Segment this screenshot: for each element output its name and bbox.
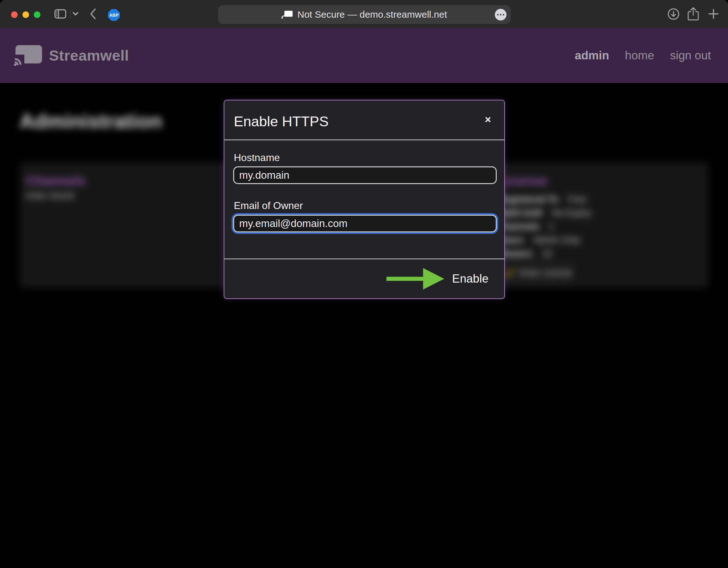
close-window-button[interactable]	[11, 11, 18, 18]
browser-toolbar: ABP Not Secure — demo.streamwell.net	[0, 0, 728, 28]
nav-sign-out[interactable]: sign out	[670, 49, 711, 62]
license-row: Valid UntilNo Expiry	[498, 206, 591, 220]
key-icon	[506, 268, 515, 278]
green-arrow-annotation-icon	[386, 268, 444, 289]
channels-heading: Channels	[26, 173, 86, 189]
downloads-icon[interactable]	[667, 0, 679, 28]
modal-header-divider	[224, 140, 504, 140]
license-heading: License	[498, 173, 547, 189]
back-icon[interactable]	[88, 0, 97, 28]
enable-button[interactable]: Enable	[452, 272, 488, 285]
email-of-owner-input[interactable]	[233, 215, 497, 233]
hostname-label: Hostname	[234, 152, 280, 164]
license-row: Registered ToFree	[498, 193, 591, 206]
address-bar-url: Not Secure — demo.streamwell.net	[297, 9, 447, 20]
modal-title: Enable HTTPS	[234, 113, 329, 130]
hostname-input[interactable]	[233, 166, 497, 184]
nav-admin[interactable]: admin	[575, 49, 609, 62]
nav-home[interactable]: home	[625, 49, 654, 62]
share-icon[interactable]	[686, 0, 700, 28]
license-row: UsersAdmin Only	[498, 233, 591, 247]
page-title: Administration	[20, 110, 162, 133]
new-tab-icon[interactable]	[707, 0, 720, 28]
streamwell-logo[interactable]: Streamwell	[14, 28, 129, 83]
enable-https-modal: Enable HTTPS × Hostname Email of Owner E…	[224, 100, 505, 299]
brand-name: Streamwell	[49, 47, 129, 64]
sidebar-toggle-icon[interactable]	[54, 0, 67, 28]
zoom-window-button[interactable]	[34, 11, 40, 18]
safari-window: ABP Not Secure — demo.streamwell.net	[0, 0, 728, 568]
enter-license-button: Enter License	[505, 263, 573, 283]
cast-logo-icon	[14, 45, 43, 66]
minimize-window-button[interactable]	[22, 11, 29, 18]
chevron-down-icon[interactable]	[72, 0, 79, 28]
license-rows: Registered ToFree Valid UntilNo Expiry C…	[498, 193, 591, 261]
main-nav: admin home sign out	[575, 28, 711, 83]
site-header: Streamwell admin home sign out	[0, 28, 728, 83]
channel-list-item: Hello World	[25, 190, 74, 201]
address-bar[interactable]: Not Secure — demo.streamwell.net	[218, 5, 511, 24]
site-favicon-cast-icon	[282, 10, 293, 19]
toolbar-divider	[70, 9, 70, 19]
email-of-owner-label: Email of Owner	[234, 200, 303, 212]
license-row: Channels1	[498, 220, 591, 233]
page-menu-ellipsis-icon[interactable]	[495, 9, 507, 21]
close-icon[interactable]: ×	[485, 114, 491, 125]
modal-footer: Enable	[224, 259, 504, 298]
adblock-plus-icon[interactable]: ABP	[108, 9, 120, 21]
license-row: Viewers10	[498, 247, 591, 261]
